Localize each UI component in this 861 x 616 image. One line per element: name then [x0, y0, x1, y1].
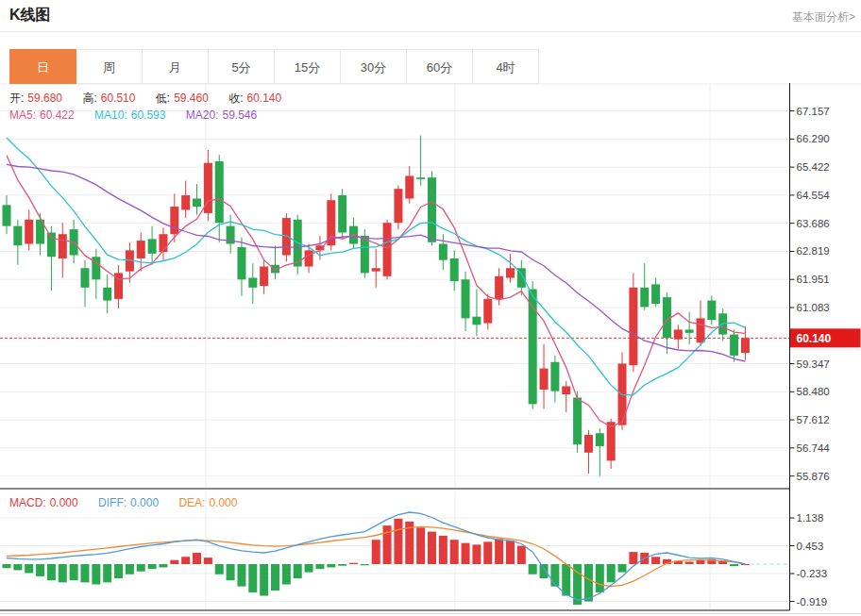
- price-tick-label: 64.554: [797, 190, 831, 201]
- main-grid: [0, 84, 861, 488]
- price-tick-label: 62.819: [797, 245, 830, 257]
- ma10-label: MA10:: [94, 108, 127, 122]
- ma20-label: MA20:: [186, 108, 219, 122]
- macd-tick-label: -0.233: [797, 568, 828, 579]
- candlestick-series: [3, 136, 750, 476]
- price-tick-label: 61.951: [797, 274, 830, 285]
- macd-value: 0.000: [50, 496, 78, 509]
- open-value: 59.680: [27, 92, 62, 105]
- page-title: K线图: [9, 6, 51, 25]
- macd-histogram: [3, 519, 750, 605]
- price-tick-label: 67.157: [797, 106, 830, 117]
- dea-label: DEA:: [178, 496, 205, 509]
- macd-label: MACD:: [9, 496, 46, 509]
- tab-interval-4[interactable]: 15分: [274, 49, 341, 84]
- open-label: 开:: [9, 92, 24, 105]
- ma5-label: MA5:: [9, 108, 36, 122]
- close-value: 60.140: [247, 92, 282, 105]
- price-tick-label: 59.347: [797, 358, 830, 370]
- macd-tick-label: 0.453: [797, 541, 824, 552]
- last-price-tag-text: 60.140: [797, 332, 832, 345]
- tab-interval-1[interactable]: 周: [76, 49, 143, 84]
- price-tick-label: 58.480: [797, 386, 830, 397]
- price-tick-label: 57.612: [797, 414, 830, 425]
- close-label: 收:: [228, 92, 243, 105]
- price-tick-label: 61.083: [797, 302, 830, 313]
- price-tick-label: 66.290: [797, 133, 830, 144]
- tab-interval-7[interactable]: 4时: [472, 49, 539, 84]
- tab-interval-6[interactable]: 60分: [406, 49, 473, 84]
- low-label: 低:: [156, 92, 170, 105]
- dea-value: 0.000: [209, 496, 237, 509]
- tab-interval-5[interactable]: 30分: [340, 49, 407, 84]
- price-tick-label: 63.686: [797, 218, 830, 229]
- ma-legend: MA5:60.422 MA10:60.593 MA20:59.546: [9, 108, 274, 122]
- price-tick-label: 56.744: [797, 442, 831, 454]
- tab-interval-0[interactable]: 日: [9, 49, 76, 84]
- tab-interval-3[interactable]: 5分: [208, 49, 275, 84]
- candlestick-chart: 67.15766.29065.42264.55463.68662.81961.9…: [0, 80, 861, 491]
- ma20-value: 59.546: [222, 108, 257, 122]
- ma5-value: 60.422: [40, 108, 75, 122]
- price-tick-label: 65.422: [797, 161, 830, 173]
- price-axis: 67.15766.29065.42264.55463.68662.81961.9…: [790, 83, 861, 491]
- high-label: 高:: [82, 92, 96, 105]
- fundamental-analysis-link[interactable]: 基本面分析>: [792, 9, 855, 25]
- macd-axis: 1.1380.453-0.233-0.919: [790, 491, 828, 610]
- price-tick-label: 55.876: [797, 471, 830, 482]
- interval-tab-bar: 日周月5分15分30分60分4时: [9, 49, 539, 84]
- ma10-value: 60.593: [131, 108, 166, 122]
- macd-tick-label: 1.138: [797, 512, 824, 524]
- page-bottom-border: [0, 613, 861, 614]
- macd-legend: MACD:0.000 DIFF:0.000 DEA:0.000: [9, 496, 254, 509]
- ohlc-legend: 开:59.680 高:60.510 低:59.460 收:60.140: [9, 91, 298, 107]
- low-value: 59.460: [174, 92, 209, 105]
- diff-label: DIFF:: [98, 496, 127, 509]
- tab-interval-2[interactable]: 月: [142, 49, 209, 84]
- diff-value: 0.000: [130, 496, 159, 509]
- high-value: 60.510: [101, 92, 136, 105]
- macd-tick-label: -0.919: [797, 596, 828, 608]
- header-divider: [0, 31, 861, 32]
